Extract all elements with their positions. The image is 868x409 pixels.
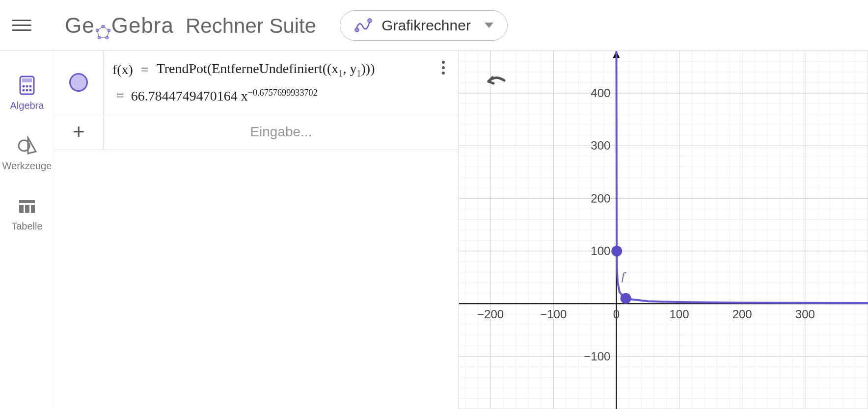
svg-point-11 — [26, 85, 28, 88]
svg-rect-20 — [31, 205, 35, 213]
svg-text:300: 300 — [591, 139, 610, 152]
sidebar-item-label: Algebra — [10, 100, 44, 111]
graphing-icon — [354, 17, 372, 34]
svg-point-10 — [22, 85, 25, 88]
row-handle[interactable] — [54, 51, 104, 114]
svg-text:0: 0 — [613, 307, 620, 321]
sidebar-item-label: Werkzeuge — [2, 160, 52, 172]
numeric-value: 66.7844749470164 x−0.6757699933702 — [131, 88, 318, 104]
sidebar-item-table[interactable]: Tabelle — [11, 196, 42, 232]
tools-icon — [17, 136, 37, 155]
row-more-button[interactable] — [442, 61, 445, 75]
algebra-panel: f(x) = TrendPot(EntferneUndefiniert((x1,… — [54, 51, 459, 409]
graph-panel[interactable]: −200−1000100200300−100100200300400f — [459, 51, 868, 409]
svg-point-1 — [102, 25, 105, 28]
algebra-row[interactable]: f(x) = TrendPot(EntferneUndefiniert((x1,… — [54, 51, 459, 114]
app-selector-label: Grafikrechner — [381, 17, 471, 34]
row-content[interactable]: f(x) = TrendPot(EntferneUndefiniert((x1,… — [104, 51, 459, 114]
expression-definition: f(x) = TrendPot(EntferneUndefiniert((x1,… — [112, 61, 450, 79]
svg-text:200: 200 — [591, 192, 610, 205]
header: Ge Gebra Rechner Suite Grafikrechner — [0, 0, 868, 51]
equals-sign: = — [116, 88, 124, 103]
body: Algebra Werkzeuge Tabelle — [0, 51, 868, 409]
input-placeholder: Eingabe... — [250, 124, 312, 140]
svg-rect-19 — [25, 205, 29, 213]
svg-text:f: f — [622, 270, 626, 282]
svg-text:400: 400 — [591, 86, 610, 100]
input-field[interactable]: Eingabe... — [104, 114, 459, 150]
sidebar: Algebra Werkzeuge Tabelle — [0, 51, 54, 409]
svg-point-15 — [29, 89, 31, 92]
expr-lhs: f(x) — [112, 62, 133, 77]
undo-button[interactable] — [484, 71, 508, 90]
app-selector[interactable]: Grafikrechner — [340, 10, 508, 41]
svg-text:300: 300 — [795, 307, 815, 321]
sidebar-item-label: Tabelle — [11, 221, 42, 232]
expr-rhs: TrendPot(EntferneUndefiniert((x1, y1))) — [157, 61, 375, 79]
svg-point-3 — [106, 36, 108, 39]
svg-point-118 — [611, 246, 622, 256]
logo-icon — [96, 20, 110, 35]
svg-point-119 — [621, 293, 631, 304]
add-row-handle[interactable]: + — [54, 114, 104, 150]
algebra-icon — [17, 76, 37, 95]
svg-text:100: 100 — [670, 307, 689, 321]
svg-text:−100: −100 — [540, 307, 567, 321]
svg-point-6 — [355, 28, 359, 32]
graph-canvas[interactable]: −200−1000100200300−100100200300400f — [459, 51, 868, 409]
svg-text:−100: −100 — [584, 350, 610, 363]
plus-icon[interactable]: + — [73, 122, 85, 142]
svg-text:200: 200 — [732, 307, 752, 321]
app-logo: Ge Gebra — [65, 13, 174, 38]
svg-text:100: 100 — [591, 244, 610, 257]
svg-rect-9 — [22, 78, 32, 82]
sidebar-item-algebra[interactable]: Algebra — [10, 76, 44, 111]
table-icon — [17, 196, 37, 216]
svg-rect-18 — [19, 205, 24, 213]
svg-point-14 — [26, 89, 28, 92]
algebra-input-row[interactable]: + Eingabe... — [54, 114, 459, 150]
svg-point-13 — [22, 89, 25, 92]
svg-text:−200: −200 — [477, 307, 504, 321]
suite-title: Rechner Suite — [186, 14, 316, 38]
equals-sign: = — [141, 62, 149, 77]
svg-point-4 — [98, 36, 101, 39]
svg-point-5 — [96, 29, 99, 32]
logo-block: Ge Gebra Rechner Suite — [65, 13, 316, 38]
visibility-toggle[interactable] — [69, 73, 88, 92]
chevron-down-icon — [485, 23, 493, 28]
menu-button[interactable] — [12, 16, 31, 35]
svg-point-7 — [368, 19, 372, 23]
svg-point-12 — [29, 85, 31, 88]
svg-point-2 — [108, 29, 110, 32]
sidebar-item-tools[interactable]: Werkzeuge — [2, 136, 52, 172]
svg-rect-17 — [19, 200, 35, 203]
expression-value: = 66.7844749470164 x−0.6757699933702 — [112, 88, 450, 104]
